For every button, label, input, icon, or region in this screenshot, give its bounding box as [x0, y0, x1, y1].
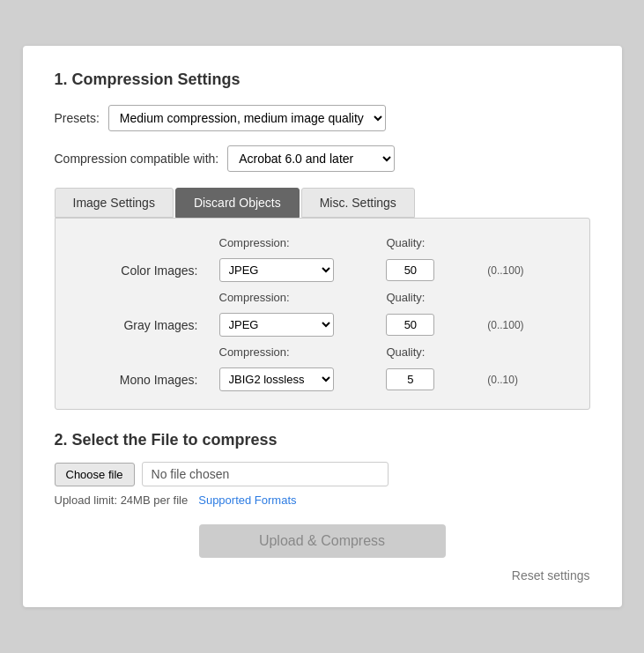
compat-row: Compression compatible with: Acrobat 6.0… — [55, 145, 590, 172]
color-quality-header: Quality: — [386, 236, 473, 249]
section1-title: 1. Compression Settings — [55, 70, 590, 89]
file-name-display: No file chosen — [142, 462, 389, 486]
reset-settings-link[interactable]: Reset settings — [55, 568, 590, 583]
tab-image-settings[interactable]: Image Settings — [55, 188, 174, 218]
color-quality-input[interactable] — [386, 259, 434, 281]
tabs: Image Settings Discard Objects Misc. Set… — [55, 188, 590, 218]
gray-compression-header: Compression: — [219, 291, 373, 304]
compat-select[interactable]: Acrobat 6.0 and later Acrobat 5.0 and la… — [227, 145, 395, 172]
presets-label: Presets: — [55, 111, 100, 125]
gray-compression-select[interactable]: JPEG ZIP None — [219, 313, 334, 337]
tab-misc-settings[interactable]: Misc. Settings — [301, 188, 415, 218]
choose-file-button[interactable]: Choose file — [55, 463, 135, 486]
image-settings-grid: Compression: Quality: Color Images: JPEG… — [82, 236, 563, 391]
mono-quality-range: (0..10) — [487, 374, 562, 386]
presets-select[interactable]: Medium compression, medium image quality… — [108, 105, 386, 131]
upload-limit-text: Upload limit: 24MB per file — [55, 493, 189, 507]
color-quality-range: (0..100) — [487, 264, 562, 277]
color-images-label: Color Images: — [82, 263, 205, 278]
mono-images-label: Mono Images: — [82, 373, 205, 387]
mono-quality-input[interactable] — [386, 368, 434, 390]
tab-discard-objects[interactable]: Discard Objects — [175, 188, 300, 218]
color-compression-select[interactable]: JPEG ZIP None — [219, 258, 334, 282]
presets-row: Presets: Medium compression, medium imag… — [55, 105, 590, 131]
color-compression-header: Compression: — [219, 236, 373, 249]
gray-images-label: Gray Images: — [82, 318, 205, 332]
main-card: 1. Compression Settings Presets: Medium … — [23, 46, 622, 607]
compat-label: Compression compatible with: — [55, 152, 219, 166]
gray-quality-input[interactable] — [386, 314, 434, 336]
mono-compression-select[interactable]: JBIG2 lossless CCITT Group4 None — [219, 367, 334, 391]
tab-content: Compression: Quality: Color Images: JPEG… — [55, 218, 590, 410]
gray-quality-header: Quality: — [386, 291, 473, 304]
mono-compression-header: Compression: — [219, 345, 373, 359]
section2-title: 2. Select the File to compress — [55, 431, 590, 449]
gray-quality-range: (0..100) — [487, 319, 562, 331]
file-row: Choose file No file chosen — [55, 462, 590, 486]
upload-compress-button[interactable]: Upload & Compress — [199, 524, 446, 558]
upload-limit-row: Upload limit: 24MB per file Supported Fo… — [55, 493, 590, 507]
mono-quality-header: Quality: — [386, 345, 473, 359]
supported-formats-link[interactable]: Supported Formats — [198, 493, 296, 507]
